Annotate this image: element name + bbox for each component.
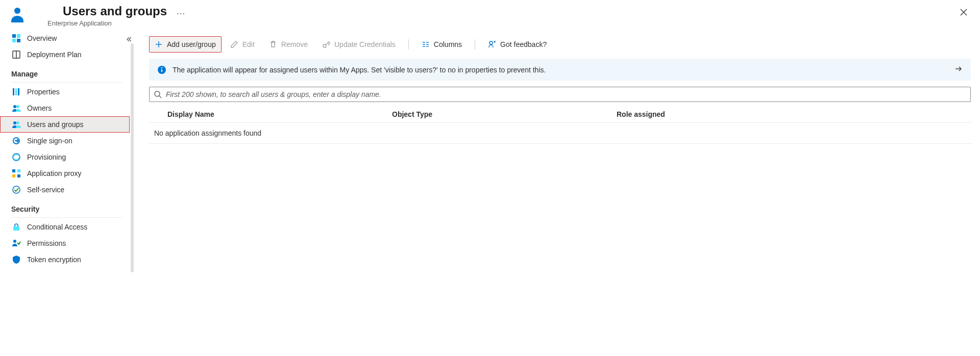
feedback-icon	[488, 40, 496, 48]
page-header: Users and groups … Enterprise Applicatio…	[0, 0, 980, 30]
info-banner: The application will appear for assigned…	[149, 59, 971, 81]
svg-point-20	[13, 186, 20, 193]
sso-icon	[12, 136, 21, 145]
pencil-icon	[230, 40, 238, 48]
search-input[interactable]	[166, 90, 966, 98]
svg-rect-3	[12, 39, 16, 42]
provisioning-icon	[12, 152, 21, 162]
toolbar-label: Columns	[434, 40, 462, 48]
overview-icon	[12, 34, 21, 43]
svg-rect-9	[18, 88, 19, 95]
column-role-assigned[interactable]: Role assigned	[617, 110, 972, 118]
properties-icon	[12, 87, 21, 96]
edit-button[interactable]: Edit	[225, 36, 260, 53]
sidebar-section-security: Security	[0, 198, 130, 216]
sidebar-item-deployment-plan[interactable]: Deployment Plan	[0, 46, 130, 63]
sidebar-item-label: Owners	[27, 104, 52, 112]
svg-rect-19	[17, 174, 20, 177]
toolbar-label: Remove	[281, 40, 308, 48]
sidebar-item-label: Overview	[27, 34, 57, 42]
owners-icon	[12, 104, 21, 113]
svg-point-0	[14, 8, 20, 14]
toolbar-label: Got feedback?	[500, 40, 547, 48]
svg-point-35	[161, 67, 162, 68]
sidebar-item-label: Users and groups	[27, 120, 84, 129]
search-icon	[154, 90, 162, 98]
add-user-group-button[interactable]: Add user/group	[149, 36, 222, 53]
table-empty-state: No application assignments found	[149, 123, 972, 144]
enterprise-app-icon	[9, 6, 26, 22]
sidebar-item-label: Provisioning	[27, 153, 66, 161]
svg-point-22	[13, 240, 16, 243]
sidebar-item-application-proxy[interactable]: Application proxy	[0, 165, 130, 182]
users-groups-icon	[12, 120, 21, 129]
divider	[11, 82, 122, 83]
lock-icon	[12, 222, 21, 232]
permissions-icon	[12, 239, 21, 248]
sidebar-item-conditional-access[interactable]: Conditional Access	[0, 219, 130, 235]
sidebar-section-manage: Manage	[0, 63, 130, 81]
sidebar-item-label: Token encryption	[27, 256, 81, 264]
divider	[11, 217, 122, 218]
column-object-type[interactable]: Object Type	[392, 110, 617, 118]
svg-rect-16	[12, 169, 15, 172]
svg-rect-17	[17, 169, 20, 172]
sidebar-item-label: Application proxy	[27, 169, 82, 177]
main-content: Add user/group Edit Remove Update Creden…	[134, 30, 980, 356]
update-credentials-button[interactable]: Update Credentials	[316, 36, 401, 53]
toolbar-separator	[408, 39, 409, 49]
sidebar-item-permissions[interactable]: Permissions	[0, 235, 130, 251]
svg-rect-18	[12, 174, 15, 177]
sidebar-item-label: Deployment Plan	[27, 50, 82, 59]
sidebar-item-users-groups[interactable]: Users and groups	[0, 116, 130, 133]
sidebar-item-owners[interactable]: Owners	[0, 100, 130, 116]
info-icon	[157, 65, 166, 74]
column-display-name[interactable]: Display Name	[167, 110, 392, 118]
sidebar-item-overview[interactable]: Overview	[0, 30, 130, 46]
sidebar-item-properties[interactable]: Properties	[0, 84, 130, 100]
key-icon	[322, 40, 330, 48]
page-subtitle: Enterprise Application	[47, 19, 188, 27]
sidebar-scrollbar[interactable]	[131, 43, 134, 272]
toolbar-separator	[475, 39, 475, 49]
proxy-icon	[12, 169, 21, 178]
sidebar-item-token-encryption[interactable]: Token encryption	[0, 251, 130, 268]
self-service-icon	[12, 185, 21, 194]
svg-point-11	[16, 105, 19, 108]
toolbar-label: Add user/group	[167, 40, 216, 48]
more-actions-button[interactable]: …	[173, 6, 188, 17]
book-icon	[12, 50, 21, 59]
sidebar-item-label: Permissions	[27, 239, 66, 247]
svg-rect-4	[17, 39, 20, 42]
info-banner-text: The application will appear for assigned…	[173, 66, 948, 74]
sidebar-item-provisioning[interactable]: Provisioning	[0, 149, 130, 165]
toolbar: Add user/group Edit Remove Update Creden…	[149, 33, 972, 56]
feedback-button[interactable]: Got feedback?	[482, 36, 552, 53]
trash-icon	[269, 40, 277, 48]
sidebar: Overview Deployment Plan Manage Properti…	[0, 30, 131, 356]
svg-point-37	[155, 91, 160, 96]
svg-rect-21	[13, 226, 19, 231]
toolbar-label: Edit	[242, 40, 255, 48]
sidebar-item-self-service[interactable]: Self-service	[0, 182, 130, 198]
svg-point-32	[489, 41, 493, 44]
close-button[interactable]	[957, 5, 971, 19]
svg-line-38	[159, 96, 161, 98]
svg-point-10	[13, 105, 16, 108]
columns-button[interactable]: Columns	[416, 36, 468, 53]
sidebar-item-label: Properties	[27, 88, 60, 96]
svg-point-13	[16, 121, 19, 124]
sidebar-item-single-sign-on[interactable]: Single sign-on	[0, 133, 130, 149]
plus-icon	[155, 40, 163, 48]
shield-icon	[12, 255, 21, 264]
columns-icon	[422, 40, 430, 48]
page-title: Users and groups	[63, 4, 167, 18]
sidebar-item-label: Single sign-on	[27, 137, 72, 145]
remove-button[interactable]: Remove	[263, 36, 313, 53]
svg-rect-2	[17, 34, 20, 38]
info-banner-link[interactable]	[954, 65, 963, 74]
svg-rect-34	[161, 69, 162, 72]
search-box[interactable]	[149, 87, 971, 102]
table-header: Display Name Object Type Role assigned	[149, 106, 972, 123]
sidebar-item-label: Self-service	[27, 186, 64, 194]
